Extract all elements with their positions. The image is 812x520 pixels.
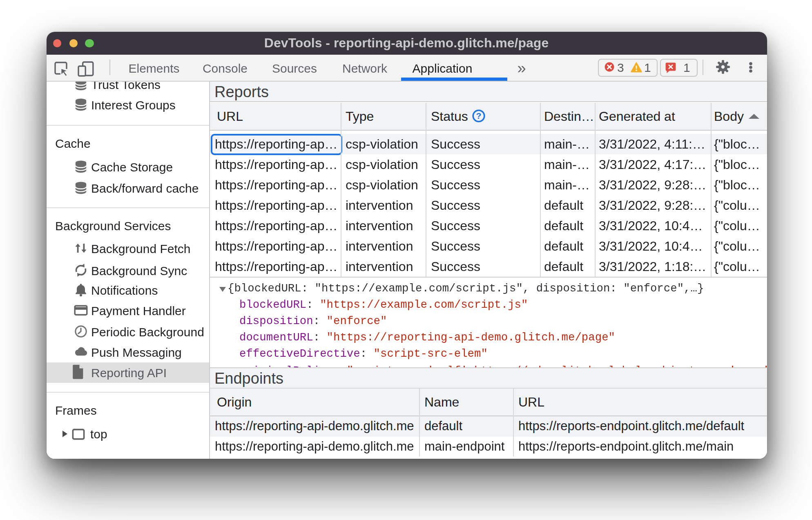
svg-text:?: ? [476, 111, 481, 120]
